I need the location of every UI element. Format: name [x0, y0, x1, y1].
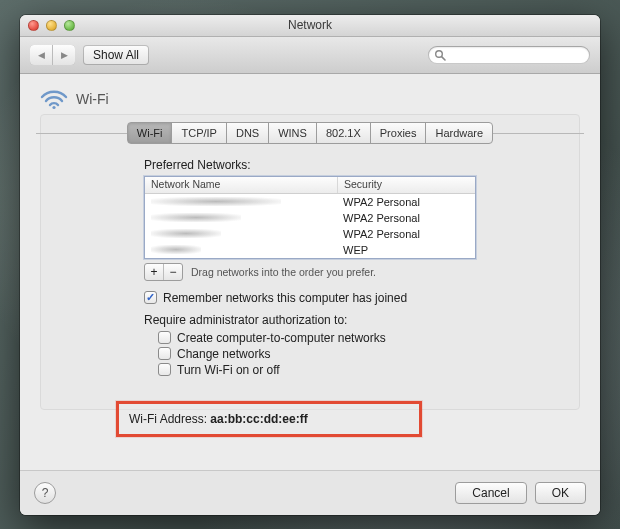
admin-turn-wifi-checkbox[interactable] [158, 363, 171, 376]
tab-tcpip[interactable]: TCP/IP [171, 122, 226, 144]
cell-security: WPA2 Personal [337, 228, 475, 240]
interface-title: Wi-Fi [76, 91, 109, 107]
preferred-networks-label: Preferred Networks: [144, 158, 584, 172]
redacted-network-name [151, 213, 241, 222]
ok-button[interactable]: OK [535, 482, 586, 504]
admin-create-adhoc-label: Create computer-to-computer networks [177, 331, 386, 345]
remember-networks-label: Remember networks this computer has join… [163, 291, 407, 305]
prefpane-body: Wi-Fi Wi-Fi TCP/IP DNS WINS 802.1X Proxi… [20, 74, 600, 470]
back-button[interactable]: ◀ [30, 45, 52, 65]
wifi-tab-content: Preferred Networks: Network Name Securit… [36, 144, 584, 377]
preferred-networks-table[interactable]: Network Name Security WPA2 Personal WPA2… [144, 176, 476, 259]
cell-security: WPA2 Personal [337, 212, 475, 224]
tab-wins[interactable]: WINS [268, 122, 317, 144]
col-security[interactable]: Security [338, 177, 475, 193]
window-title: Network [20, 18, 600, 32]
help-button[interactable]: ? [34, 482, 56, 504]
titlebar: Network [20, 15, 600, 37]
admin-create-adhoc-checkbox[interactable] [158, 331, 171, 344]
wifi-address-label: Wi-Fi Address: [129, 412, 207, 426]
close-icon[interactable] [28, 20, 39, 31]
admin-change-networks-checkbox[interactable] [158, 347, 171, 360]
add-remove-stepper: + − [144, 263, 183, 281]
search-icon [434, 49, 446, 61]
svg-point-2 [52, 105, 55, 108]
cell-security: WPA2 Personal [337, 196, 475, 208]
redacted-network-name [151, 229, 221, 238]
svg-line-1 [442, 56, 445, 59]
remove-network-button[interactable]: − [163, 264, 182, 280]
redacted-network-name [151, 245, 201, 254]
tab-proxies[interactable]: Proxies [370, 122, 427, 144]
traffic-lights [20, 20, 75, 31]
cancel-button[interactable]: Cancel [455, 482, 526, 504]
table-header: Network Name Security [145, 177, 475, 194]
admin-auth-label: Require administrator authorization to: [144, 313, 584, 327]
wifi-address-highlight: Wi-Fi Address: aa:bb:cc:dd:ee:ff [116, 401, 422, 437]
tab-wifi[interactable]: Wi-Fi [127, 122, 173, 144]
network-preferences-window: Network ◀ ▶ Show All Wi- [20, 15, 600, 515]
remember-networks-checkbox[interactable] [144, 291, 157, 304]
desktop-backdrop: Network ◀ ▶ Show All Wi- [0, 0, 620, 529]
footer: ? Cancel OK [20, 470, 600, 515]
table-row[interactable]: WPA2 Personal [145, 210, 475, 226]
toolbar: ◀ ▶ Show All [20, 37, 600, 74]
wifi-address-value: aa:bb:cc:dd:ee:ff [210, 412, 307, 426]
wifi-icon [40, 88, 68, 110]
show-all-button[interactable]: Show All [83, 45, 149, 65]
admin-change-networks-label: Change networks [177, 347, 270, 361]
add-network-button[interactable]: + [145, 264, 163, 280]
tab-8021x[interactable]: 802.1X [316, 122, 371, 144]
nav-back-forward: ◀ ▶ [30, 45, 75, 65]
drag-hint: Drag networks into the order you prefer. [191, 266, 376, 278]
forward-button[interactable]: ▶ [52, 45, 75, 65]
tab-dns[interactable]: DNS [226, 122, 269, 144]
minimize-icon[interactable] [46, 20, 57, 31]
cell-security: WEP [337, 244, 475, 256]
zoom-icon[interactable] [64, 20, 75, 31]
table-row[interactable]: WPA2 Personal [145, 226, 475, 242]
admin-turn-wifi-label: Turn Wi-Fi on or off [177, 363, 280, 377]
table-row[interactable]: WPA2 Personal [145, 194, 475, 210]
search-input[interactable] [428, 46, 590, 64]
col-network-name[interactable]: Network Name [145, 177, 338, 193]
interface-header: Wi-Fi [36, 84, 584, 118]
tab-bar: Wi-Fi TCP/IP DNS WINS 802.1X Proxies Har… [36, 122, 584, 144]
tab-hardware[interactable]: Hardware [425, 122, 493, 144]
table-row[interactable]: WEP [145, 242, 475, 258]
redacted-network-name [151, 197, 281, 206]
